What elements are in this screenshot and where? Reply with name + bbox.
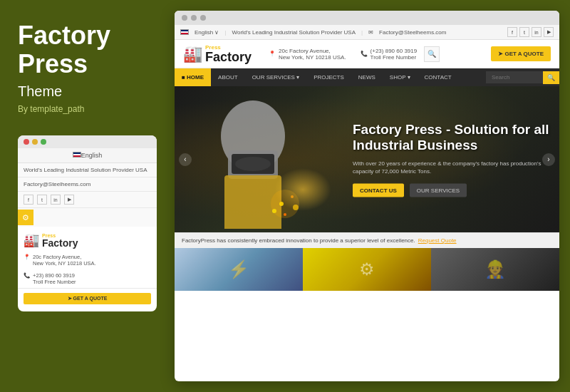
site-header: 🏭 Press Factory 📍 20c Factory Avenue, Ne… [175,40,559,68]
nav-about[interactable]: ABOUT [211,68,245,86]
mobile-logo-icon: 🏭 [24,232,39,248]
mobile-gear-row: ⚙ [18,208,157,227]
browser-minimize-dot [191,15,197,21]
mobile-twitter-icon[interactable]: t [37,195,47,205]
nav-search-input[interactable] [486,71,543,83]
thumbnail-3: 👷 [431,248,559,291]
browser-maximize-dot [200,15,206,21]
mobile-chrome-dots [18,135,157,148]
site-logo-text: Press Factory [205,44,252,63]
header-address: 📍 20c Factory Avenue, New York, NY 10218… [269,48,346,61]
left-panel: Factory Press Theme By template_path Eng… [0,0,171,392]
site-social-row: f t in ▶ [507,27,554,37]
nav-search-button[interactable]: 🔍 [543,71,559,84]
site-tagline: World's Leading Industrial Solution Prov… [232,29,356,36]
svg-point-10 [235,157,271,171]
mobile-phone: 📞 +23) 890 60 3919 Troll Free Number [18,269,157,289]
mobile-social-row: f t in ▶ [18,192,157,208]
mobile-logo-factory: Factory [42,238,78,248]
site-top-bar: English ∨ | World's Leading Industrial S… [175,25,559,40]
industrial-icon: ⚙ [359,259,375,279]
site-logo: 🏭 Press Factory [183,44,261,63]
minimize-dot [32,139,38,145]
our-services-button[interactable]: OUR SERVICES [410,184,467,197]
address-pin-icon: 📍 [269,51,276,57]
header-search-icon[interactable]: 🔍 [424,46,440,62]
header-phone-text: (+23) 890 60 3919 Troll Free Number [370,48,418,61]
browser-preview: English ∨ | World's Leading Industrial S… [175,11,559,381]
mobile-tagline: World's Leading Industrial Solution Prov… [24,167,147,173]
bottom-bar: FactoryPress has consistently embraced i… [175,232,559,248]
mobile-logo-text: Press Factory [42,233,78,248]
phone-icon-header: 📞 [361,51,368,57]
site-linkedin-icon[interactable]: in [532,27,542,37]
nav-news[interactable]: NEWS [351,68,383,86]
wind-turbine-icon: ⚡ [228,259,249,279]
hero-section: Factory Press - Solution for all Industr… [175,86,559,232]
hero-buttons: CONTACT US OUR SERVICES [353,184,552,197]
hero-title: Factory Press - Solution for all Industr… [353,121,552,154]
mobile-top-bar: English [18,148,157,163]
thumbnail-1: ⚡ [175,248,303,291]
nav-shop[interactable]: SHOP ▾ [383,68,418,86]
phone-icon: 📞 [24,272,30,279]
sparks-effect [274,168,331,211]
browser-chrome [175,11,559,25]
hero-content: Factory Press - Solution for all Industr… [353,121,552,197]
mobile-address: 📍 20c Factory Avenue, New York, NY 10218… [18,251,157,269]
hero-description: With over 20 years of experience & the c… [353,160,552,175]
nav-contact[interactable]: CONTACT [418,68,459,86]
site-flag-icon [180,29,189,35]
mobile-facebook-icon[interactable]: f [24,195,33,205]
nav-services[interactable]: OUR SERVICES ▾ [245,68,307,86]
mobile-language[interactable]: English [81,152,103,159]
get-quote-button[interactable]: ➤ GET A QUOTE [491,46,551,61]
mobile-address-text: 20c Factory Avenue, New York, NY 10218 U… [33,254,96,267]
author-label: By template_path [18,104,157,114]
flag-uk-icon [73,152,81,158]
thumbnail-2: ⚙ [303,248,431,291]
contact-us-button[interactable]: CONTACT US [353,184,404,197]
site-facebook-icon[interactable]: f [507,27,517,37]
bottom-bar-text: FactoryPress has consistently embraced i… [182,237,415,244]
location-icon: 📍 [24,254,30,260]
theme-title: Factory Press [18,21,157,78]
mobile-email: Factory@Steelheems.com [24,181,90,187]
hero-prev-arrow[interactable]: ‹ [179,153,192,166]
thumbnail-row: ⚡ ⚙ 👷 [175,248,559,291]
site-email: Factory@Steelheems.com [379,29,446,36]
theme-subtitle: Theme [18,83,157,100]
mobile-preview-card: English World's Leading Industrial Solut… [18,135,157,311]
gear-button[interactable]: ⚙ [18,210,33,225]
mobile-linkedin-icon[interactable]: in [51,195,61,205]
mobile-phone-text: +23) 890 60 3919 Troll Free Number [33,272,76,285]
mobile-cta-button[interactable]: ➤ GET A QUOTE [24,293,151,304]
browser-close-dot [182,15,187,21]
header-phone: 📞 (+23) 890 60 3919 Troll Free Number [361,48,418,61]
worker-helmet-icon: 👷 [484,259,506,279]
mobile-youtube-icon[interactable]: ▶ [64,195,74,205]
nav-projects[interactable]: PROJECTS [306,68,351,86]
logo-factory-text: Factory [205,51,252,63]
site-language[interactable]: English ∨ [195,29,219,36]
site-twitter-icon[interactable]: t [519,27,529,37]
header-address-text: 20c Factory Avenue, New York, NY 10218 U… [279,48,346,61]
close-dot [24,139,29,145]
nav-home[interactable]: ■ HOME [175,68,211,86]
mobile-info-bar: World's Leading Industrial Solution Prov… [18,163,157,177]
site-youtube-icon[interactable]: ▶ [544,27,554,37]
maximize-dot [41,139,46,145]
nav-search-area: 🔍 [486,71,559,84]
mobile-email-bar: Factory@Steelheems.com [18,177,157,192]
mobile-logo-area: 🏭 Press Factory [18,227,157,251]
hero-next-arrow[interactable]: › [542,153,555,166]
request-quote-link[interactable]: Request Quote [418,237,457,244]
site-nav: ■ HOME ABOUT OUR SERVICES ▾ PROJECTS NEW… [175,68,559,86]
site-logo-icon: 🏭 [183,45,202,63]
